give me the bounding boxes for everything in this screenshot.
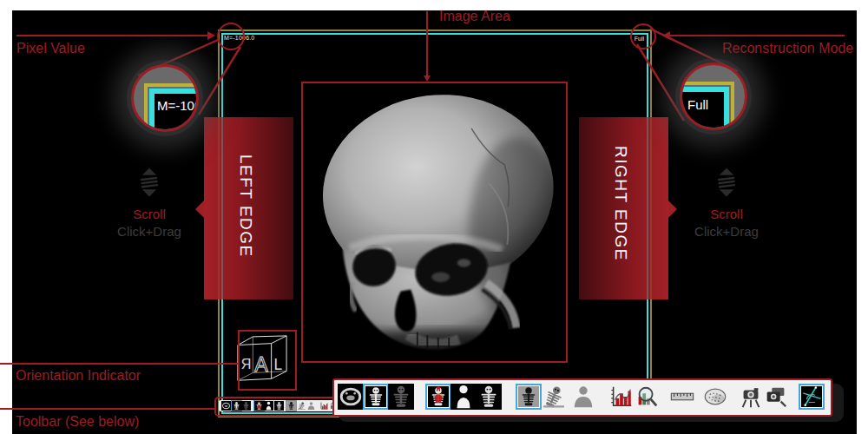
mini-toolbar-icon-skeleton-tissue[interactable] <box>254 401 264 411</box>
toolbar-icon-skeleton-tissue[interactable] <box>425 384 451 410</box>
scroll-layers-icon <box>136 167 162 198</box>
image-area-callout-box <box>301 82 568 363</box>
toolbar-icon-person[interactable] <box>570 384 596 410</box>
orientation-indicator-callout-box <box>238 330 297 391</box>
magnified-pixel-value: M=-1006 <box>157 98 199 113</box>
toolbar-icon-sphere[interactable] <box>702 384 728 410</box>
mini-toolbar-icon-body-solid[interactable] <box>264 401 273 411</box>
toolbar-zoomed-panel[interactable] <box>332 378 832 417</box>
toolbar-icon-zoom-analyze[interactable] <box>634 384 660 410</box>
toolbar-icon-skeleton-front[interactable] <box>363 384 389 410</box>
scroll-layers-icon <box>713 167 740 198</box>
pixel-value-label: Pixel Value <box>16 41 85 56</box>
pixel-value-arrowhead <box>207 31 215 40</box>
scroll-hint-subtitle: Click+Drag <box>687 224 766 239</box>
mini-toolbar-icon-axial-slice[interactable] <box>221 401 231 411</box>
reconstruction-mode-magnifier: Full <box>680 62 747 130</box>
scroll-hint-title: Scroll <box>110 207 188 221</box>
left-edge-arrow <box>195 201 204 218</box>
pixel-value-callout-line <box>16 35 207 36</box>
left-edge-label: LEFT EDGE <box>236 155 255 258</box>
orientation-indicator-label: Orientation Indicator <box>16 368 141 384</box>
toolbar-icon-skeleton-xray[interactable] <box>476 384 502 410</box>
toolbar-icon-camera[interactable] <box>738 384 764 410</box>
mini-toolbar-icon-skeleton-front[interactable] <box>232 401 241 411</box>
pixel-value-magnifier-source <box>217 23 245 50</box>
mini-toolbar-icon-skeleton-xray[interactable] <box>274 401 284 411</box>
toolbar-callout-line <box>0 408 214 410</box>
right-edge-arrow <box>668 201 677 218</box>
toolbar-icon-multi-camera[interactable] <box>763 384 789 410</box>
mini-toolbar-icon-histogram[interactable] <box>319 401 329 411</box>
left-olive-border-ghost <box>218 117 220 299</box>
toolbar-icon-skeleton-tilted[interactable] <box>541 384 567 410</box>
mini-toolbar-icon-skeleton-tilted[interactable] <box>297 401 306 411</box>
mini-toolbar-icon-person[interactable] <box>306 401 316 411</box>
left-cyan-border-ghost <box>221 117 223 299</box>
right-cyan-border-ghost <box>647 117 648 299</box>
pixel-value-magnifier: M=-1006 <box>131 64 199 132</box>
toolbar-icon-axial-slice[interactable] <box>338 384 364 410</box>
reconstruction-mode-arrowhead <box>662 31 670 40</box>
scroll-hint-subtitle: Click+Drag <box>110 224 188 239</box>
orientation-indicator-callout-line <box>0 363 238 365</box>
right-olive-border-ghost <box>650 117 652 299</box>
toolbar-icon-histogram[interactable] <box>608 384 635 410</box>
scroll-hint-title: Scroll <box>687 207 766 221</box>
toolbar-icon-ruler[interactable] <box>669 384 695 410</box>
toolbar-icon-skeleton-mip[interactable] <box>516 384 542 410</box>
magnified-reconstruction-mode: Full <box>687 97 708 112</box>
image-area-callout-line <box>426 11 428 77</box>
mini-toolbar-icon-skeleton-dim[interactable] <box>241 401 251 411</box>
toolbar-label: Toolbar (See below) <box>16 414 139 430</box>
mini-toolbar-icon-skeleton-mip[interactable] <box>286 401 296 411</box>
right-edge-label: RIGHT EDGE <box>611 146 630 261</box>
toolbar-icon-skeleton-dim[interactable] <box>388 384 414 410</box>
toolbar-icon-body-solid[interactable] <box>450 384 477 410</box>
image-area-arrowhead <box>424 76 431 82</box>
reconstruction-mode-callout-line <box>670 35 845 36</box>
toolbar-icon-draw-annotate[interactable] <box>799 384 825 410</box>
image-area-label: Image Area <box>439 9 510 24</box>
reconstruction-mode-label: Reconstruction Mode <box>722 41 845 56</box>
reconstruction-mode-magnifier-source <box>630 23 656 49</box>
